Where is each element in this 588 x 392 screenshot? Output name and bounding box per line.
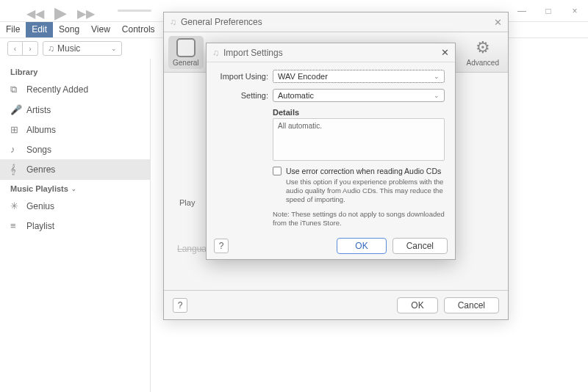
playlist-icon: ≡ [10,220,21,231]
details-text: All automatic. [273,118,445,161]
chevron-down-icon: ⌄ [434,73,440,80]
import-using-row: Import Using: WAV Encoder ⌄ [217,70,445,83]
prefs-close-button[interactable]: ✕ [494,17,502,28]
sidebar-item-artists[interactable]: 🎤Artists [0,100,150,120]
recently-added-icon: ⧉ [10,84,21,95]
source-picker[interactable]: ♫ Music ⌄ [43,41,122,56]
sidebar-item-label: Songs [26,145,51,155]
sidebar-item-genres[interactable]: 𝄞Genres [0,159,150,180]
sidebar-item-genius[interactable]: ✳Genius [0,196,150,216]
sidebar: Library ⧉Recently Added 🎤Artists ⊞Albums… [0,59,151,392]
import-note: Note: These settings do not apply to son… [273,210,445,228]
import-title: Import Settings [223,48,283,58]
tab-advanced[interactable]: ⚙ Advanced [462,36,503,69]
source-label: Music [57,43,80,54]
menu-controls[interactable]: Controls [116,22,161,37]
chevron-down-icon: ⌄ [71,186,76,192]
details-section: Details All automatic. [273,108,445,161]
import-using-value: WAV Encoder [278,72,328,81]
import-using-select[interactable]: WAV Encoder ⌄ [273,70,445,83]
setting-label: Setting: [217,91,268,100]
setting-select[interactable]: Automatic ⌄ [273,89,445,102]
error-correction-row[interactable]: Use error correction when reading Audio … [273,167,445,175]
next-track-icon[interactable]: ▶▶ [77,7,95,21]
window-close-button[interactable]: × [562,1,588,21]
play-icon[interactable]: ▶ [54,4,67,23]
prefs-ok-button[interactable]: OK [397,297,437,313]
chevron-down-icon: ⌄ [111,45,117,52]
error-correction-checkbox[interactable] [273,167,282,175]
error-correction-hint: Use this option if you experience proble… [286,178,445,204]
tab-label: Advanced [467,59,499,67]
music-note-icon: ♫ [48,43,54,54]
import-using-label: Import Using: [217,72,268,81]
sidebar-header-library: Library [0,63,150,79]
artists-icon: 🎤 [10,104,21,115]
sidebar-item-label: Recently Added [26,84,88,95]
sidebar-item-label: Playlist [26,221,54,231]
import-close-button[interactable]: ✕ [441,47,449,58]
prefs-titlebar: ♫ General Preferences ✕ [164,12,508,32]
import-body: Import Using: WAV Encoder ⌄ Setting: Aut… [207,62,455,234]
tab-general[interactable]: General [168,36,204,69]
sidebar-item-label: Genius [26,201,54,211]
general-tab-icon [176,38,196,57]
import-ok-button[interactable]: OK [337,238,386,254]
import-settings-dialog: ♫ Import Settings ✕ Import Using: WAV En… [206,43,456,260]
prefs-cancel-button[interactable]: Cancel [444,297,499,313]
nav-back-button[interactable]: ‹ [8,42,23,55]
setting-value: Automatic [278,91,314,100]
sidebar-item-songs[interactable]: ♪Songs [0,139,150,159]
nav-buttons: ‹ › [7,41,38,56]
menu-edit[interactable]: Edit [26,22,53,37]
sidebar-item-recently-added[interactable]: ⧉Recently Added [0,79,150,100]
error-correction-label: Use error correction when reading Audio … [286,167,441,175]
menu-song[interactable]: Song [53,22,85,37]
window-maximize-button[interactable]: □ [535,1,562,21]
volume-slider[interactable] [118,10,151,12]
genius-icon: ✳ [10,200,21,211]
albums-icon: ⊞ [10,124,21,135]
tab-label: General [173,59,199,67]
itunes-logo-icon: ♫ [170,17,176,27]
import-help-button[interactable]: ? [214,239,229,253]
genres-icon: 𝄞 [10,164,21,175]
transport-controls: ◀◀ ▶ ▶▶ [26,4,95,23]
songs-icon: ♪ [10,144,21,155]
import-footer: ? OK Cancel [207,233,455,259]
window-minimize-button[interactable]: — [509,1,535,21]
prefs-playback-label-fragment: Play [179,198,195,207]
menu-view[interactable]: View [85,22,116,37]
nav-forward-button[interactable]: › [23,42,37,55]
import-cancel-button[interactable]: Cancel [392,238,448,254]
sidebar-item-label: Artists [26,105,51,115]
playlists-header-label: Music Playlists [10,184,68,193]
sidebar-item-playlist[interactable]: ≡Playlist [0,216,150,236]
details-header: Details [273,108,445,117]
setting-row: Setting: Automatic ⌄ [217,89,445,102]
sidebar-header-playlists[interactable]: Music Playlists ⌄ [0,180,150,196]
prefs-help-button[interactable]: ? [173,298,187,313]
gear-icon: ⚙ [473,38,492,57]
chevron-down-icon: ⌄ [434,92,440,99]
sidebar-item-label: Albums [26,125,56,135]
menu-file[interactable]: File [0,22,26,37]
itunes-logo-icon: ♫ [212,48,219,58]
prefs-title: General Preferences [181,17,262,27]
prev-track-icon[interactable]: ◀◀ [26,7,44,21]
error-correction-section: Use error correction when reading Audio … [273,167,445,204]
import-titlebar: ♫ Import Settings ✕ [207,43,455,62]
sidebar-item-label: Genres [26,164,55,175]
sidebar-item-albums[interactable]: ⊞Albums [0,120,150,139]
prefs-footer: ? OK Cancel [164,290,508,319]
